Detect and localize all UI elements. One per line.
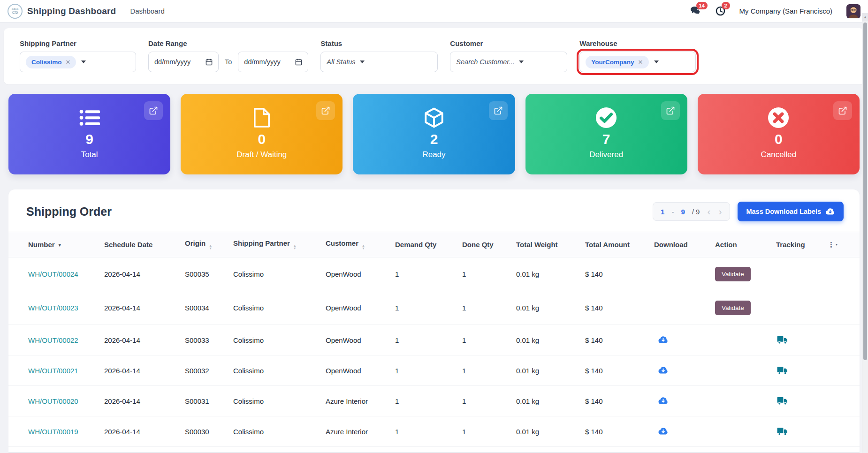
stat-card-delivered[interactable]: 7 Delivered [525, 94, 687, 174]
download-cell [650, 355, 711, 386]
tracking-truck-icon[interactable] [776, 426, 789, 437]
origin-cell: S00032 [181, 355, 229, 386]
stat-card-cancelled[interactable]: 0 Cancelled [698, 94, 860, 174]
schedule-date-cell: 2026-04-14 [100, 355, 181, 386]
open-external-button[interactable] [661, 101, 680, 120]
open-external-button[interactable] [489, 101, 508, 120]
table-header-row: Number▼Schedule DateOrigin▲▼Shipping Par… [8, 232, 860, 257]
done-qty-cell: 1 [458, 447, 512, 453]
stat-value: 0 [258, 131, 266, 147]
status-select[interactable]: All Status [320, 52, 438, 72]
column-header-customer[interactable]: Customer▲▼ [322, 232, 391, 257]
filter-customer: Customer Search Customer... [450, 39, 567, 72]
column-settings-icon[interactable]: ⋮▾ [828, 241, 838, 249]
stat-label: Cancelled [761, 150, 797, 159]
topbar-right: 14 2 My Company (San Francisco) [690, 4, 860, 18]
filter-date-range: Date Range dd/mm/yyyy To dd/mm/yyyy [148, 39, 308, 72]
shipping-partner-tag[interactable]: Colissimo ✕ [26, 56, 76, 68]
download-cell [650, 325, 711, 355]
cloud-download-icon [825, 208, 835, 215]
remove-tag-icon[interactable]: ✕ [66, 59, 71, 66]
tracking-cell [772, 355, 824, 386]
cube-icon [424, 105, 444, 130]
chevron-down-icon[interactable] [654, 60, 659, 63]
tracking-cell [772, 416, 824, 447]
column-header-number[interactable]: Number▼ [8, 232, 100, 257]
pager-start[interactable]: 1 [661, 208, 664, 216]
download-label-icon[interactable] [657, 365, 670, 375]
demand-qty-cell: 1 [391, 325, 458, 355]
tracking-cell [772, 447, 824, 453]
stat-cards: 9 Total 0 Draft / Waiting 2 Ready 7 Deli… [8, 94, 860, 174]
total-weight-cell: 0.01 kg [512, 386, 581, 416]
tracking-truck-icon[interactable] [776, 334, 789, 345]
chevron-down-icon[interactable] [81, 60, 86, 63]
scrollbar-up-arrow[interactable]: ▲ [862, 13, 868, 21]
table-row: WH/OUT/00022 2026-04-14 S00033 Colissimo… [8, 325, 860, 355]
filter-shipping-partner: Shipping Partner Colissimo ✕ [20, 39, 136, 72]
tracking-truck-icon[interactable] [776, 395, 789, 406]
date-from-input[interactable]: dd/mm/yyyy [148, 52, 219, 72]
filter-label: Shipping Partner [20, 39, 136, 47]
warehouse-input[interactable]: YourCompany ✕ [579, 52, 696, 72]
list-icon [79, 105, 100, 130]
pager-next-icon[interactable]: › [718, 207, 722, 216]
date-to-input[interactable]: dd/mm/yyyy [238, 52, 308, 72]
user-avatar[interactable] [846, 4, 860, 18]
date-placeholder: dd/mm/yyyy [154, 58, 190, 66]
mass-download-labels-button[interactable]: Mass Download Labels [738, 202, 844, 221]
filter-label: Status [320, 39, 438, 47]
customer-cell: Azure Interior [322, 386, 391, 416]
warehouse-tag[interactable]: YourCompany ✕ [586, 56, 648, 68]
page-scrollbar[interactable]: ▲ [862, 13, 868, 453]
table-row: WH/OUT/00024 2026-04-14 S00035 Colissimo… [8, 257, 860, 291]
filter-status: Status All Status [320, 39, 438, 72]
order-number-link[interactable]: WH/OUT/00023 [28, 304, 78, 312]
shipping-partner-cell: Colissimo [229, 291, 322, 325]
stat-card-draft[interactable]: 0 Draft / Waiting [181, 94, 343, 174]
row-menu-cell [824, 291, 860, 325]
messages-icon[interactable]: 14 [690, 6, 701, 16]
order-number-link[interactable]: WH/OUT/00020 [28, 397, 78, 405]
app-title: Shipping Dashboard [27, 6, 116, 16]
table-row: WH/OUT/00021 2026-04-14 S00032 Colissimo… [8, 355, 860, 386]
row-menu-cell [824, 447, 860, 453]
calendar-icon [206, 59, 213, 66]
company-switcher[interactable]: My Company (San Francisco) [739, 7, 832, 15]
file-icon [253, 105, 271, 130]
order-number-link[interactable]: WH/OUT/00021 [28, 367, 78, 375]
customer-cell: Azure Interior [322, 416, 391, 447]
order-number-link[interactable]: WH/OUT/00024 [28, 270, 78, 278]
download-label-icon[interactable] [657, 396, 670, 406]
validate-button[interactable]: Validate [715, 267, 751, 281]
stat-card-ready[interactable]: 2 Ready [353, 94, 515, 174]
download-label-icon[interactable] [657, 426, 670, 436]
download-label-icon[interactable] [657, 335, 670, 345]
pager-prev-icon[interactable]: ‹ [707, 207, 711, 216]
pager-total: / 9 [692, 208, 700, 216]
shipping-partner-input[interactable]: Colissimo ✕ [20, 52, 136, 72]
stat-card-total[interactable]: 9 Total [8, 94, 170, 174]
total-weight-cell: 0.01 kg [512, 416, 581, 447]
customer-search-input[interactable]: Search Customer... [450, 52, 567, 72]
open-external-button[interactable] [144, 101, 163, 120]
column-header-column-menu[interactable]: ⋮▾ [824, 232, 860, 257]
scrollbar-thumb[interactable] [863, 23, 867, 360]
open-external-button[interactable] [833, 101, 852, 120]
pager-end[interactable]: 9 [681, 208, 685, 216]
nav-dashboard[interactable]: Dashboard [130, 7, 164, 15]
tracking-truck-icon[interactable] [776, 365, 789, 376]
column-header-shipping-partner[interactable]: Shipping Partner▲▼ [229, 232, 322, 257]
remove-tag-icon[interactable]: ✕ [638, 59, 643, 66]
download-cell [650, 291, 711, 325]
stat-label: Total [81, 150, 98, 159]
validate-button[interactable]: Validate [715, 301, 751, 315]
tracking-cell [772, 386, 824, 416]
open-external-button[interactable] [316, 101, 335, 120]
sort-icon: ▲▼ [362, 244, 365, 250]
order-number-link[interactable]: WH/OUT/00022 [28, 336, 78, 344]
order-number-link[interactable]: WH/OUT/00019 [28, 428, 78, 436]
date-range-separator: To [225, 58, 232, 66]
column-header-origin[interactable]: Origin▲▼ [181, 232, 229, 257]
activities-icon[interactable]: 2 [716, 6, 725, 16]
